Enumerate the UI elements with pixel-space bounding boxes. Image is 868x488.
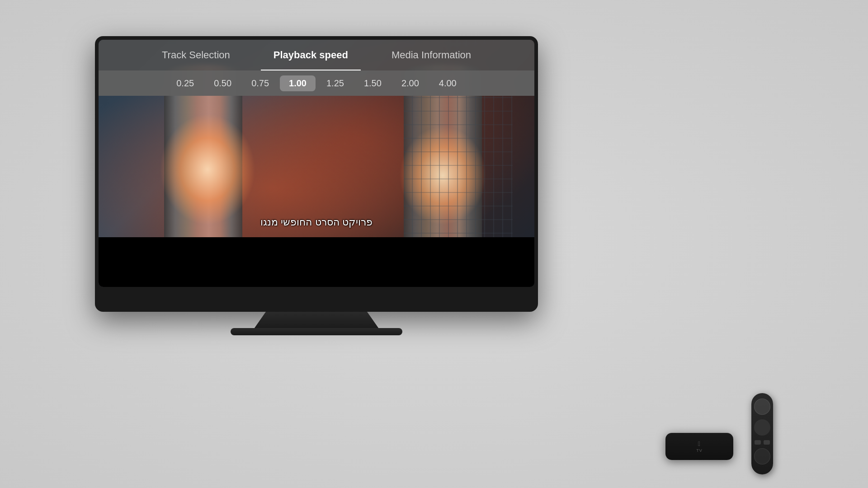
remote-directional-pad[interactable] [754, 448, 770, 465]
tv-display: פרויקט הסרט החופשי מנגו Track Selection … [95, 36, 538, 312]
tv-stand [253, 312, 380, 330]
speed-1-50[interactable]: 1.50 [355, 75, 391, 91]
remote-menu-button[interactable] [754, 399, 770, 415]
speed-4-00[interactable]: 4.00 [430, 75, 466, 91]
tv-base [231, 328, 402, 335]
tab-track-selection[interactable]: Track Selection [140, 40, 252, 70]
scene: פרויקט הסרט החופשי מנגו Track Selection … [0, 0, 868, 488]
speed-1-25[interactable]: 1.25 [317, 75, 353, 91]
glow-left [160, 114, 255, 225]
remote-touch-pad[interactable] [754, 419, 770, 436]
speed-0-75[interactable]: 0.75 [242, 75, 278, 91]
tab-media-information[interactable]: Media Information [370, 40, 493, 70]
remote-play-pause[interactable] [755, 440, 761, 445]
tv-screen: פרויקט הסרט החופשי מנגו Track Selection … [99, 40, 534, 287]
appletv-box:  TV [665, 433, 733, 460]
appletv-logo:  TV [696, 440, 703, 453]
subtitle-text: פרויקט הסרט החופשי מנגו [99, 216, 534, 228]
apple-tv-remote [751, 393, 773, 474]
speed-1-00[interactable]: 1.00 [280, 75, 316, 91]
remote-volume[interactable] [764, 440, 770, 445]
menu-overlay: Track Selection Playback speed Media Inf… [99, 40, 534, 96]
remote-media-buttons [755, 440, 770, 445]
tab-playback-speed[interactable]: Playback speed [252, 40, 370, 70]
video-black-bar [99, 237, 534, 287]
speed-0-25[interactable]: 0.25 [167, 75, 203, 91]
speed-2-00[interactable]: 2.00 [392, 75, 428, 91]
menu-tabs: Track Selection Playback speed Media Inf… [99, 40, 534, 70]
speed-options-bar: 0.25 0.50 0.75 1.00 1.25 1.50 [99, 70, 534, 96]
speed-0-50[interactable]: 0.50 [205, 75, 241, 91]
